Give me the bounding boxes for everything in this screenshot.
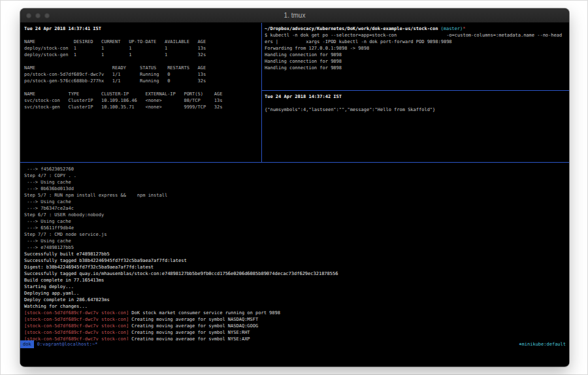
pod-log-line: [stock-con-5d7df689cf-dwc7v stock-con] C… — [24, 329, 565, 336]
session-name-badge[interactable]: dok — [20, 340, 34, 348]
pane-port-forward[interactable]: ~/Dropbox/advocacy/Kubernetes/DoK/work/d… — [262, 23, 569, 90]
tmux-status-bar: dok 0:vagrant@localhost:~* ⎈ minikube:de… — [20, 340, 569, 348]
curl-timestamp: Tue 24 Apr 2018 14:37:42 IST — [265, 93, 566, 100]
pod-log-prefix: [stock-con-5d7df689cf-dwc7v stock-con] — [24, 317, 129, 322]
kubectl-resources-output: NAME DESIRED CURRENT UP-TO-DATE AVAILABL… — [24, 39, 257, 110]
pod-log-line: [stock-con-5d7df689cf-dwc7v stock-con] C… — [24, 323, 565, 329]
docker-build-output: ---> f45623052760 Step 4/7 : COPY . . --… — [24, 166, 565, 251]
skaffold-deploy-output: Successfully built e74898127bb5 Successf… — [24, 251, 565, 310]
pane-skaffold-log[interactable]: ---> f45623052760 Step 4/7 : COPY . . --… — [20, 163, 569, 340]
pod-log-line: [stock-con-5d7df689cf-dwc7v stock-con] C… — [24, 336, 565, 340]
status-window-item[interactable]: 0:vagrant@localhost:~* — [37, 340, 98, 348]
window-title: 1. tmux — [20, 12, 569, 19]
pod-log-prefix: [stock-con-5d7df689cf-dwc7v stock-con] — [24, 323, 129, 329]
prompt-path: ~/Dropbox/advocacy/Kubernetes/DoK/work/d… — [265, 26, 438, 31]
port-forward-output: Forwarding from 127.0.0.1:9898 -> 9898 H… — [265, 45, 566, 71]
pane-kubectl-watch[interactable]: Tue 24 Apr 2018 14:37:41 IST NAME DESIRE… — [20, 23, 261, 162]
window-controls — [26, 13, 50, 18]
terminal-window: 1. tmux Tue 24 Apr 2018 14:37:41 IST NAM… — [20, 8, 569, 367]
pod-log-prefix: [stock-con-5d7df689cf-dwc7v stock-con] — [24, 330, 129, 335]
kubernetes-context-label: minikube:default — [522, 340, 566, 348]
pod-log-prefix: [stock-con-5d7df689cf-dwc7v stock-con] — [24, 310, 129, 316]
tmux-terminal: Tue 24 Apr 2018 14:37:41 IST NAME DESIRE… — [20, 23, 569, 366]
pane-curl-check[interactable]: Tue 24 Apr 2018 14:37:42 IST {"numsymbol… — [262, 91, 569, 162]
curl-json-response: {"numsymbols":4,"lastseen":"","message":… — [265, 106, 566, 113]
window-titlebar[interactable]: 1. tmux — [20, 8, 569, 23]
pod-log-message: Creating moving average for symbol NASDA… — [129, 317, 258, 322]
git-dirty-indicator: * — [463, 26, 465, 31]
tmux-top-panes: Tue 24 Apr 2018 14:37:41 IST NAME DESIRE… — [20, 23, 569, 162]
kubectl-port-forward-command: $ kubectl -n dok get po --selector=app=s… — [265, 32, 566, 45]
close-button[interactable] — [26, 13, 31, 18]
pod-log-message: DoK stock market consumer service runnin… — [129, 310, 280, 316]
pod-log-message: Creating moving average for symbol NYSE:… — [129, 330, 250, 335]
shell-prompt-line: ~/Dropbox/advocacy/Kubernetes/DoK/work/d… — [265, 25, 566, 32]
pod-log-message: Creating moving average for symbol NASDA… — [129, 323, 258, 329]
pod-log-line: [stock-con-5d7df689cf-dwc7v stock-con] D… — [24, 310, 565, 316]
terminal-bottom-filler — [20, 348, 569, 366]
git-branch-label: (master) — [441, 26, 463, 31]
desktop-background: 1. tmux Tue 24 Apr 2018 14:37:41 IST NAM… — [0, 0, 588, 375]
tmux-right-panes: ~/Dropbox/advocacy/Kubernetes/DoK/work/d… — [262, 23, 569, 162]
watch-timestamp: Tue 24 Apr 2018 14:37:41 IST — [24, 25, 257, 32]
zoom-button[interactable] — [44, 13, 50, 18]
minimize-button[interactable] — [35, 13, 41, 18]
pod-log-line: [stock-con-5d7df689cf-dwc7v stock-con] C… — [24, 316, 565, 323]
